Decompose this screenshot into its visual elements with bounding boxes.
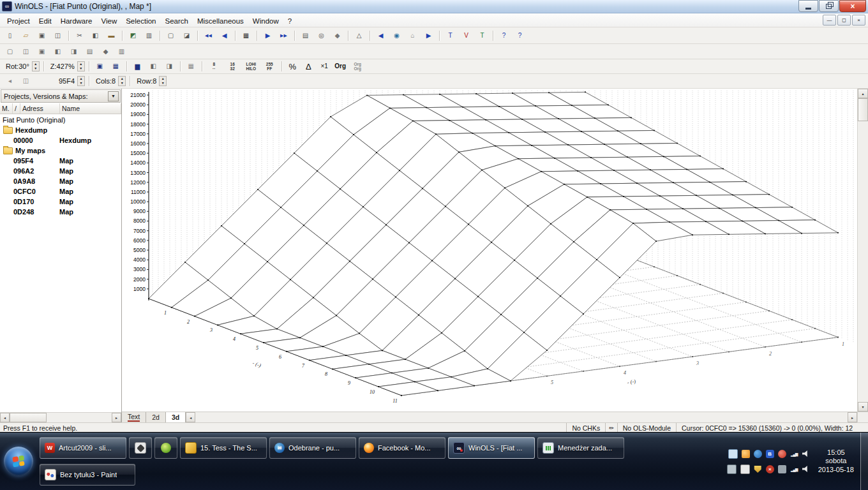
menu-project[interactable]: Project [3, 16, 34, 26]
tray-security-icon[interactable] [754, 465, 762, 473]
taskbar-button-taskmgr[interactable]: Menedżer zada... [537, 437, 624, 459]
import-icon[interactable]: ◩ [126, 29, 141, 42]
help-icon[interactable]: ? [497, 29, 512, 42]
tab-3d[interactable]: 3d [166, 412, 186, 422]
world-icon[interactable]: ◉ [389, 29, 405, 42]
rotation-spinner-down-button[interactable]: ▾ [33, 66, 39, 71]
times1-button[interactable]: ×1 [317, 60, 332, 73]
rows-spinner[interactable]: Row:8▴▾ [134, 75, 167, 87]
tray-update-icon[interactable] [742, 450, 750, 458]
tree-map-0D248[interactable]: 0D248Map [0, 207, 121, 217]
menu-search[interactable]: Search [161, 16, 193, 26]
column-header-sort[interactable]: / [13, 103, 20, 114]
text-view-icon[interactable]: T [443, 29, 458, 42]
vscroll-track[interactable] [858, 121, 868, 402]
tray-usb-icon[interactable] [778, 465, 786, 473]
window-new-icon[interactable]: ▢ [163, 29, 179, 42]
scroll-down-button[interactable]: ▾ [858, 402, 868, 412]
copy-icon[interactable]: ◧ [88, 29, 103, 42]
delta-button[interactable]: Δ [301, 60, 316, 73]
percent-button[interactable]: % [285, 60, 300, 73]
tray-app-window-icon[interactable] [728, 449, 738, 459]
nav-last-icon[interactable]: ▶▶ [276, 29, 292, 42]
tray-signal-icon[interactable]: ▂▄▆ [790, 465, 798, 473]
tree-map-0D170[interactable]: 0D170Map [0, 197, 121, 207]
menu-edit[interactable]: Edit [34, 16, 56, 26]
nav-prev-icon[interactable]: ◀ [217, 29, 232, 42]
hscroll-right-button[interactable]: ▸ [848, 412, 857, 422]
print-icon[interactable]: ▥ [142, 29, 157, 42]
back-icon[interactable]: ◀ [373, 29, 389, 42]
undo-map-icon[interactable]: ◂ [3, 75, 18, 88]
tab-text[interactable]: Text [122, 412, 146, 422]
tree-project-row[interactable]: Fiat Punto (Original) [0, 115, 121, 125]
properties-icon[interactable]: ▢ [3, 45, 18, 58]
save-project-icon[interactable]: ◫ [50, 29, 66, 42]
tab-2d[interactable]: 2d [146, 412, 166, 422]
tab-scroll-left-button[interactable]: ◂ [186, 412, 195, 422]
menu-miscellaneous[interactable]: Miscellaneous [193, 16, 248, 26]
tray-desktop-icon[interactable] [727, 464, 737, 474]
chip-icon[interactable]: ◆ [98, 45, 114, 58]
org-button[interactable]: Org [333, 60, 348, 73]
tree-map-0A9A8[interactable]: 0A9A8Map [0, 176, 121, 186]
list-icon[interactable]: ▤ [298, 29, 313, 42]
address-spinner-down-button[interactable]: ▾ [78, 81, 84, 85]
grid-toggle-icon[interactable]: ▦ [183, 60, 198, 73]
zoom-spinner-down-button[interactable]: ▾ [78, 66, 84, 71]
map-grid-icon[interactable]: ▦ [108, 60, 123, 73]
format-16-32-button[interactable]: 1632 [223, 60, 241, 73]
start-button[interactable] [4, 447, 33, 476]
tree-map-0CFC0[interactable]: 0CFC0Map [0, 186, 121, 197]
camera-right-icon[interactable]: ◨ [161, 60, 177, 73]
taskbar-button-thunderbird[interactable]: ✉Odebrane - pu... [269, 437, 356, 459]
copy-cells-icon[interactable]: ◫ [19, 75, 34, 88]
show-desktop-button[interactable] [860, 433, 868, 490]
tree-hscroll-right-button[interactable]: ▸ [112, 413, 121, 422]
clock[interactable]: 15:05 sobota 2013-05-18 [811, 433, 860, 490]
taskbar-button-tess[interactable]: 15. Tess - The S... [180, 437, 267, 459]
tray-volume-icon[interactable] [802, 450, 811, 458]
paste-icon[interactable]: ▬ [104, 29, 119, 42]
format-255-ff-button[interactable]: 255FF [260, 60, 278, 73]
minimize-button[interactable] [798, 0, 818, 12]
save-icon[interactable]: ▣ [34, 29, 50, 42]
context-help-icon[interactable]: ? [513, 29, 528, 42]
map-3d-view[interactable]: 2100020000190001800017000160001500014000… [122, 89, 868, 412]
tree-map-096A2[interactable]: 096A2Map [0, 166, 121, 176]
tree-folder-hexdump[interactable]: Hexdump [0, 125, 121, 135]
tree-folder-my-maps[interactable]: My maps [0, 145, 121, 156]
vscroll-thumb[interactable] [858, 98, 868, 121]
taskbar-button-paint[interactable]: Bez tytułu3 - Paint [40, 464, 135, 486]
eprom-read-icon[interactable]: ◧ [50, 45, 66, 58]
table-view-icon[interactable]: ▦ [239, 29, 254, 42]
sim-card-icon[interactable]: ▥ [114, 45, 130, 58]
search-map-icon[interactable]: ◎ [314, 29, 329, 42]
eprom-verify-icon[interactable]: ▤ [82, 45, 98, 58]
taskbar-button-artcut[interactable]: WArtcut2009 - sli... [40, 437, 126, 459]
zoom-spinner[interactable]: Z:427%▴▾ [48, 61, 85, 73]
window-cascade-icon[interactable]: ◪ [179, 29, 195, 42]
cols-spinner[interactable]: Cols:8▴▾ [93, 75, 126, 87]
restore-button[interactable] [819, 0, 839, 12]
tray-error-icon[interactable]: × [766, 465, 774, 473]
tray-mixer-icon[interactable] [802, 465, 811, 473]
close-button[interactable]: × [839, 0, 866, 12]
tray-network-icon[interactable]: ▂▄▆ [790, 450, 798, 458]
tray-language-icon[interactable] [740, 464, 750, 474]
tree-header[interactable]: Projects, Versions & Maps: ▼ [1, 89, 121, 103]
forward-icon[interactable]: ▶ [421, 29, 437, 42]
taskbar-button-firefox[interactable]: Facebook - Mo... [359, 437, 445, 459]
menu-window[interactable]: Window [248, 16, 283, 26]
taskbar-button-green-app[interactable] [154, 437, 177, 459]
tree-hscroll-left-button[interactable]: ◂ [0, 413, 10, 422]
cut-icon[interactable]: ✂ [72, 29, 87, 42]
column-header-m[interactable]: M. [0, 103, 13, 114]
taskbar-button-inkscape[interactable] [129, 437, 152, 459]
cols-spinner-down-button[interactable]: ▾ [119, 81, 125, 85]
templates-icon[interactable]: T [475, 29, 490, 42]
vertical-scrollbar[interactable]: ▴ ▾ [857, 89, 868, 412]
camera-left-icon[interactable]: ◧ [146, 60, 161, 73]
menu-selection[interactable]: Selection [121, 16, 160, 26]
tree-hscroll-thumb[interactable] [10, 413, 47, 422]
